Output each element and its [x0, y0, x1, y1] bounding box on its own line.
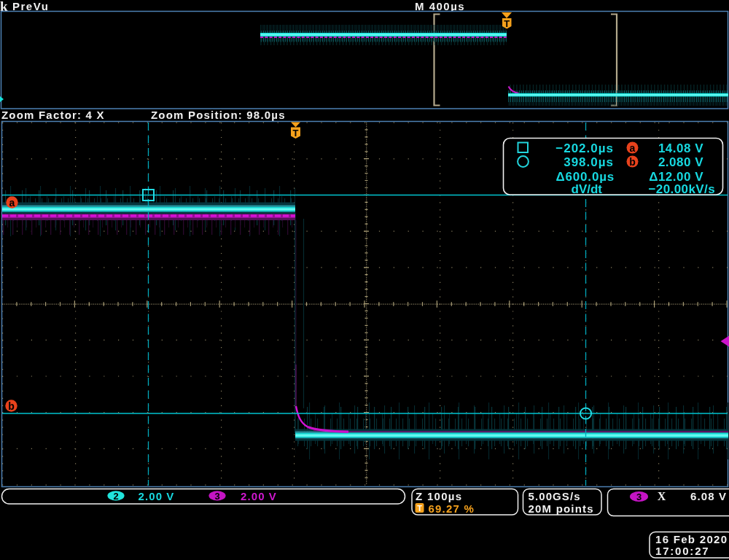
svg-text:Zoom Factor: 4 X: Zoom Factor: 4 X	[1, 109, 105, 121]
svg-text:5.00GS/s: 5.00GS/s	[529, 490, 581, 502]
svg-text:T: T	[293, 128, 299, 139]
svg-text:Δ600.0µs: Δ600.0µs	[556, 170, 615, 184]
svg-text:2.00 V: 2.00 V	[139, 490, 175, 502]
svg-text:Z 100µs: Z 100µs	[416, 490, 462, 502]
svg-text:a: a	[630, 142, 636, 154]
svg-text:T: T	[504, 18, 510, 29]
svg-text:dV/dt: dV/dt	[572, 182, 603, 196]
svg-text:−202.0µs: −202.0µs	[555, 141, 614, 155]
svg-text:b: b	[629, 156, 636, 168]
svg-text:16 Feb 2020: 16 Feb 2020	[655, 533, 728, 545]
svg-text:14.08 V: 14.08 V	[658, 141, 703, 155]
svg-text:20M points: 20M points	[529, 502, 594, 515]
svg-text:398.0µs: 398.0µs	[564, 155, 614, 169]
svg-text:a: a	[9, 197, 15, 209]
svg-text:X: X	[658, 490, 666, 502]
svg-text:Δ12.00 V: Δ12.00 V	[649, 170, 703, 184]
svg-text:T: T	[417, 504, 422, 513]
svg-text:17:00:27: 17:00:27	[655, 545, 709, 557]
svg-text:3: 3	[636, 491, 642, 502]
svg-text:b: b	[8, 400, 15, 412]
svg-text:M 400µs: M 400µs	[415, 0, 465, 12]
svg-text:Zoom Position: 98.0µs: Zoom Position: 98.0µs	[151, 109, 286, 121]
svg-text:6.08 V: 6.08 V	[690, 490, 727, 502]
svg-text:69.27 %: 69.27 %	[429, 502, 475, 515]
svg-text:3: 3	[214, 491, 219, 502]
svg-text:−20.00kV/s: −20.00kV/s	[649, 182, 715, 196]
svg-text:2.00 V: 2.00 V	[241, 490, 277, 502]
svg-text:2.080 V: 2.080 V	[658, 155, 703, 169]
svg-text:2: 2	[113, 491, 118, 502]
svg-text:PreVu: PreVu	[12, 0, 49, 12]
